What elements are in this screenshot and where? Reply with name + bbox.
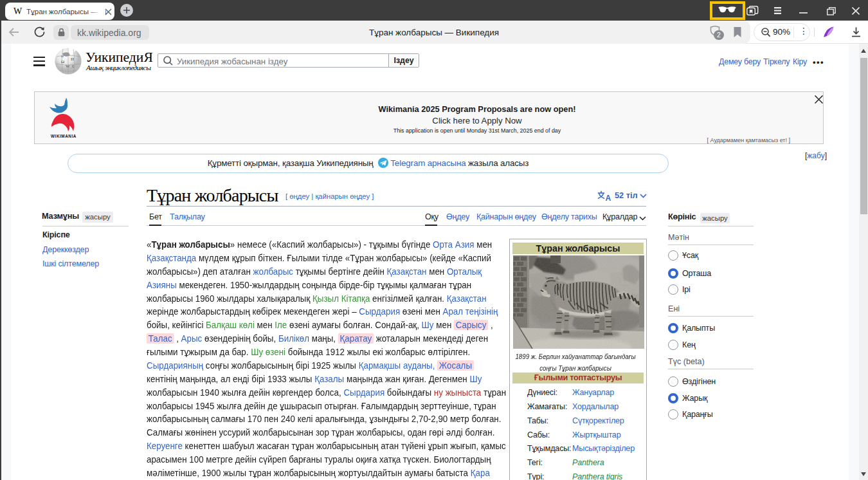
- svg-text:И: И: [71, 57, 74, 62]
- svg-text:W: W: [66, 64, 70, 69]
- svg-text:A: A: [606, 194, 611, 201]
- svg-text:Ω: Ω: [61, 59, 64, 64]
